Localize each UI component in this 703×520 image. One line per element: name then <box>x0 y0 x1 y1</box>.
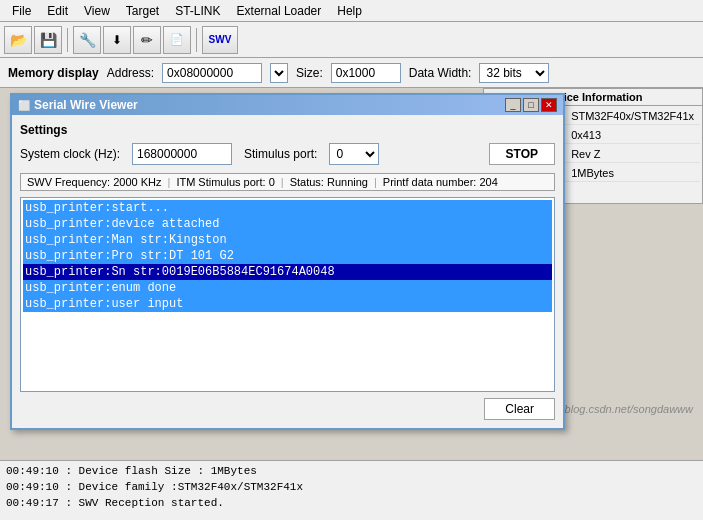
swv-itm: ITM Stimulus port: 0 <box>176 176 274 188</box>
system-clock-input[interactable] <box>132 143 232 165</box>
list-item: usb_printer:Pro str:DT 101 G2 <box>23 248 552 264</box>
list-item <box>23 360 552 376</box>
swv-title-text: ⬜ Serial Wire Viewer <box>18 98 138 112</box>
size-label: Size: <box>296 66 323 80</box>
minimize-button[interactable]: _ <box>505 98 521 112</box>
swv-icon: ⬜ <box>18 100 30 111</box>
menu-help[interactable]: Help <box>329 2 370 20</box>
toolbar-sep-1 <box>67 28 68 52</box>
address-label: Address: <box>107 66 154 80</box>
system-clock-label: System clock (Hz): <box>20 147 120 161</box>
swv-dialog: ⬜ Serial Wire Viewer _ □ ✕ Settings Syst… <box>10 93 565 430</box>
restore-button[interactable]: □ <box>523 98 539 112</box>
list-item: usb_printer:device attached <box>23 216 552 232</box>
toolbar-edit-btn[interactable]: ✏ <box>133 26 161 54</box>
menu-edit[interactable]: Edit <box>39 2 76 20</box>
data-width-label: Data Width: <box>409 66 472 80</box>
swv-content: Settings System clock (Hz): Stimulus por… <box>12 115 563 428</box>
memory-display-section: Memory display Address: Size: Data Width… <box>0 58 703 88</box>
toolbar-download-btn[interactable]: ⬇ <box>103 26 131 54</box>
stimulus-port-label: Stimulus port: <box>244 147 317 161</box>
revision-id-value: Rev Z <box>565 146 700 163</box>
toolbar-settings-btn[interactable]: 🔧 <box>73 26 101 54</box>
stimulus-port-select[interactable]: 0 1 <box>329 143 379 165</box>
swv-status-bar: SWV Frequency: 2000 KHz | ITM Stimulus p… <box>20 173 555 191</box>
list-item: usb_printer:start... <box>23 200 552 216</box>
menu-stlink[interactable]: ST-LINK <box>167 2 228 20</box>
menu-file[interactable]: File <box>4 2 39 20</box>
list-item: usb_printer:Sn str:0019E06B5884EC91674A0… <box>23 264 552 280</box>
swv-window-controls: _ □ ✕ <box>505 98 557 112</box>
list-item: usb_printer:enum done <box>23 280 552 296</box>
swv-title-bar: ⬜ Serial Wire Viewer _ □ ✕ <box>12 95 563 115</box>
toolbar-open-btn[interactable]: 📂 <box>4 26 32 54</box>
list-item <box>23 376 552 392</box>
status-log-line: 00:49:10 : Device family :STM32F40x/STM3… <box>6 479 697 495</box>
toolbar: 📂 💾 🔧 ⬇ ✏ 📄 SWV <box>0 22 703 58</box>
sep-3: | <box>374 176 377 188</box>
swv-printf-count: Printf data number: 204 <box>383 176 498 188</box>
status-log: 00:49:10 : Device flash Size : 1MBytes00… <box>0 460 703 520</box>
menu-view[interactable]: View <box>76 2 118 20</box>
toolbar-save-btn[interactable]: 💾 <box>34 26 62 54</box>
sep-2: | <box>281 176 284 188</box>
memory-display-label: Memory display <box>8 66 99 80</box>
menu-bar: File Edit View Target ST-LINK External L… <box>0 0 703 22</box>
list-item: usb_printer:user input <box>23 296 552 312</box>
swv-frequency: SWV Frequency: 2000 KHz <box>27 176 162 188</box>
settings-row: System clock (Hz): Stimulus port: 0 1 ST… <box>20 143 555 165</box>
swv-output[interactable]: usb_printer:start...usb_printer:device a… <box>20 197 555 392</box>
size-input[interactable] <box>331 63 401 83</box>
flash-size-value: 1MBytes <box>565 165 700 182</box>
status-log-line: 00:49:17 : SWV Reception started. <box>6 495 697 511</box>
close-button[interactable]: ✕ <box>541 98 557 112</box>
sep-1: | <box>168 176 171 188</box>
list-item <box>23 312 552 328</box>
address-dropdown[interactable] <box>270 63 288 83</box>
status-log-line: 00:49:10 : Device flash Size : 1MBytes <box>6 463 697 479</box>
list-item <box>23 344 552 360</box>
swv-footer: Clear <box>20 398 555 420</box>
device-value: STM32F40x/STM32F41x <box>565 108 700 125</box>
settings-section: Settings System clock (Hz): Stimulus por… <box>20 123 555 165</box>
menu-external-loader[interactable]: External Loader <box>229 2 330 20</box>
swv-status: Status: Running <box>290 176 368 188</box>
settings-label: Settings <box>20 123 555 137</box>
device-id-value: 0x413 <box>565 127 700 144</box>
address-input[interactable] <box>162 63 262 83</box>
data-width-select[interactable]: 32 bits 16 bits 8 bits <box>479 63 549 83</box>
clear-button[interactable]: Clear <box>484 398 555 420</box>
list-item: usb_printer:Man str:Kingston <box>23 232 552 248</box>
toolbar-sep-2 <box>196 28 197 52</box>
menu-target[interactable]: Target <box>118 2 167 20</box>
swv-title-label: Serial Wire Viewer <box>34 98 138 112</box>
stop-button[interactable]: STOP <box>489 143 555 165</box>
toolbar-doc-btn[interactable]: 📄 <box>163 26 191 54</box>
toolbar-swv-btn[interactable]: SWV <box>202 26 238 54</box>
main-area: Device Information Device STM32F40x/STM3… <box>0 88 703 480</box>
list-item <box>23 328 552 344</box>
